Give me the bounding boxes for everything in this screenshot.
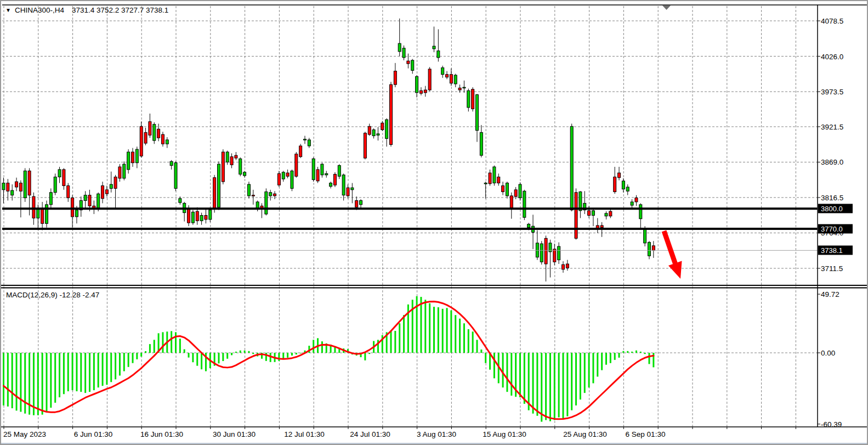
macd-axis-label: -60.39 xyxy=(821,420,842,428)
bear-candle xyxy=(472,89,474,109)
bull-candle xyxy=(644,228,646,243)
pane-separator[interactable] xyxy=(1,288,868,289)
bear-candle xyxy=(381,123,384,129)
bear-candle xyxy=(390,85,393,144)
bull-candle xyxy=(84,195,87,201)
bear-candle xyxy=(635,198,638,202)
bull-candle xyxy=(325,173,328,174)
bull-candle xyxy=(191,212,194,223)
time-axis-label: 24 Jul 01:30 xyxy=(350,430,390,438)
bear-candle xyxy=(497,177,500,183)
bear-candle xyxy=(618,173,621,178)
bear-candle xyxy=(394,71,396,85)
bull-candle xyxy=(626,187,629,191)
bull-candle xyxy=(519,184,521,198)
bull-candle xyxy=(75,210,78,217)
bear-candle xyxy=(407,61,410,64)
bull-candle xyxy=(153,125,156,140)
bear-candle xyxy=(652,246,655,250)
bear-candle xyxy=(544,238,547,264)
macd-axis-label: 0.00 xyxy=(821,349,835,357)
macd-indicator-label: MACD(12,26,9) -12.28 -2.47 xyxy=(6,291,99,299)
bull-candle xyxy=(200,216,203,221)
bear-candle xyxy=(114,177,117,188)
bear-candle xyxy=(28,171,31,195)
bear-candle xyxy=(188,209,190,223)
bull-candle xyxy=(463,87,466,88)
price-axis-label: 3973.5 xyxy=(821,88,843,96)
bull-candle xyxy=(174,163,177,189)
bull-candle xyxy=(269,193,272,196)
chart-window: ▼CHINA300-,H43731.4 3752.2 3727.7 3738.1… xyxy=(0,0,868,445)
bull-candle xyxy=(411,60,414,70)
bear-candle xyxy=(132,152,134,163)
bear-candle xyxy=(609,211,612,216)
trend-arrow-shaft[interactable] xyxy=(664,231,676,266)
bull-candle xyxy=(166,140,168,144)
bear-candle xyxy=(299,146,302,157)
time-axis-label: 3 Aug 01:30 xyxy=(417,430,456,438)
price-axis-label: 3921.5 xyxy=(821,122,843,131)
bull-candle xyxy=(437,51,440,58)
bull-candle xyxy=(377,134,379,135)
bull-candle xyxy=(218,164,220,207)
bull-candle xyxy=(351,188,354,190)
bull-candle xyxy=(321,164,324,175)
bull-candle xyxy=(37,209,39,218)
bear-candle xyxy=(286,173,289,176)
chart-canvas xyxy=(1,1,868,445)
bear-candle xyxy=(205,216,207,219)
bear-candle xyxy=(32,196,35,218)
price-axis-label: 4078.5 xyxy=(821,17,843,25)
bear-candle xyxy=(277,173,280,185)
price-axis-label: 4026.0 xyxy=(821,52,843,60)
bull-candle xyxy=(338,166,341,177)
bear-candle xyxy=(333,174,336,185)
bull-candle xyxy=(648,243,651,256)
bull-candle xyxy=(209,210,212,219)
bear-candle xyxy=(88,195,91,206)
bull-candle xyxy=(247,184,250,196)
bull-candle xyxy=(291,171,293,188)
bear-candle xyxy=(161,134,164,144)
bear-candle xyxy=(446,75,449,77)
bull-candle xyxy=(49,193,52,205)
bear-candle xyxy=(19,183,22,191)
chart-header: ▼CHINA300-,H43731.4 3752.2 3727.7 3738.1 xyxy=(5,6,168,14)
bear-candle xyxy=(514,190,517,196)
bear-candle xyxy=(105,190,108,194)
bear-candle xyxy=(368,126,371,134)
bear-candle xyxy=(157,129,160,138)
bull-candle xyxy=(527,224,530,228)
bear-candle xyxy=(588,211,591,216)
bull-candle xyxy=(441,67,444,74)
price-label-box: 3770.0 xyxy=(818,224,853,234)
down-arrow-icon[interactable] xyxy=(668,261,682,279)
pane-separator[interactable] xyxy=(1,285,868,286)
bear-candle xyxy=(71,198,74,217)
bear-candle xyxy=(510,196,513,208)
time-axis-label: 6 Jun 01:30 xyxy=(74,430,113,438)
symbol-dropdown-icon[interactable]: ▼ xyxy=(5,7,11,13)
bull-candle xyxy=(360,201,362,205)
bull-candle xyxy=(265,192,268,215)
bear-candle xyxy=(489,173,491,184)
price-label-box: 3738.1 xyxy=(818,246,853,255)
bull-candle xyxy=(476,95,479,131)
bear-candle xyxy=(230,157,233,165)
bull-candle xyxy=(433,46,435,49)
bull-candle xyxy=(308,140,310,146)
bear-candle xyxy=(419,91,422,93)
bull-candle xyxy=(312,159,315,179)
bear-candle xyxy=(450,75,452,83)
bull-candle xyxy=(506,183,508,196)
bull-candle xyxy=(570,126,573,210)
bull-candle xyxy=(135,149,138,163)
bear-candle xyxy=(101,185,104,198)
bull-candle xyxy=(58,170,61,177)
bear-candle xyxy=(355,201,358,207)
symbol-timeframe-label: CHINA300-,H4 xyxy=(15,6,64,14)
chart-shift-marker-icon[interactable] xyxy=(662,5,671,10)
bear-candle xyxy=(222,152,224,182)
bull-candle xyxy=(46,205,48,223)
